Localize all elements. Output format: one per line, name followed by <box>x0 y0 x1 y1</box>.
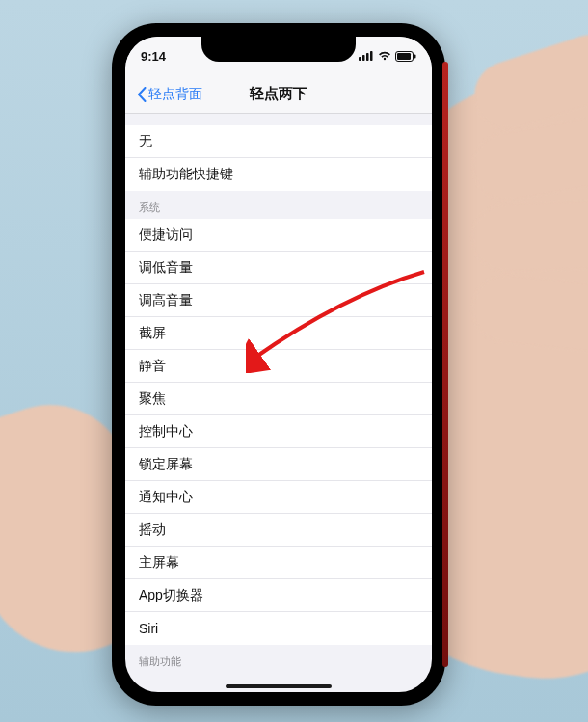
option-reachability[interactable]: 便捷访问 <box>125 219 432 252</box>
svg-rect-5 <box>397 53 411 60</box>
option-volume-up[interactable]: 调高音量 <box>125 284 432 317</box>
option-volume-down[interactable]: 调低音量 <box>125 252 432 284</box>
svg-rect-2 <box>366 53 369 61</box>
nav-bar: 轻点背面 轻点两下 <box>125 75 432 114</box>
row-label: 调高音量 <box>139 292 193 309</box>
option-notification-center[interactable]: 通知中心 <box>125 481 432 514</box>
row-label: 便捷访问 <box>139 227 193 244</box>
phone-frame: 9:14 <box>112 23 445 706</box>
row-label: 静音 <box>139 358 166 375</box>
home-indicator[interactable] <box>226 684 332 688</box>
back-button[interactable]: 轻点背面 <box>131 75 208 113</box>
row-label: 锁定屏幕 <box>139 456 193 473</box>
option-spotlight[interactable]: 聚焦 <box>125 383 432 415</box>
page-title: 轻点两下 <box>250 85 307 103</box>
signal-icon <box>359 51 374 61</box>
svg-rect-3 <box>370 51 373 61</box>
option-control-center[interactable]: 控制中心 <box>125 415 432 448</box>
option-screenshot[interactable]: 截屏 <box>125 317 432 350</box>
svg-rect-0 <box>359 57 361 61</box>
svg-rect-6 <box>414 54 416 58</box>
phone-screen: 9:14 <box>125 37 432 692</box>
option-siri[interactable]: Siri <box>125 612 432 645</box>
row-label: 摇动 <box>139 521 166 539</box>
row-label: 控制中心 <box>139 423 193 441</box>
section-header-system: 系统 <box>125 191 432 219</box>
row-label: Siri <box>139 621 158 636</box>
row-label: 聚焦 <box>139 390 166 408</box>
option-app-switcher[interactable]: App切换器 <box>125 579 432 612</box>
group-system: 便捷访问 调低音量 调高音量 截屏 静音 聚焦 控制中心 锁定屏幕 通知中心 摇… <box>125 219 432 645</box>
chevron-left-icon <box>137 87 147 102</box>
row-label: 截屏 <box>139 325 166 342</box>
status-time: 9:14 <box>141 49 166 64</box>
option-none[interactable]: 无 <box>125 125 432 158</box>
row-label: 辅助功能快捷键 <box>139 166 233 183</box>
row-label: 无 <box>139 133 152 150</box>
row-label: 通知中心 <box>139 489 193 506</box>
option-lock-screen[interactable]: 锁定屏幕 <box>125 448 432 481</box>
option-accessibility-shortcut[interactable]: 辅助功能快捷键 <box>125 158 432 191</box>
row-label: App切换器 <box>139 587 203 604</box>
settings-content[interactable]: 无 辅助功能快捷键 系统 便捷访问 调低音量 调高音量 截屏 静音 聚焦 控制中… <box>125 114 432 692</box>
group-general: 无 辅助功能快捷键 <box>125 125 432 191</box>
wifi-icon <box>378 51 391 61</box>
row-label: 主屏幕 <box>139 554 179 572</box>
option-mute[interactable]: 静音 <box>125 350 432 383</box>
status-indicators <box>359 51 416 62</box>
notch <box>201 37 356 62</box>
option-home[interactable]: 主屏幕 <box>125 547 432 579</box>
svg-rect-1 <box>362 55 365 61</box>
back-label: 轻点背面 <box>148 86 202 103</box>
section-header-accessibility: 辅助功能 <box>125 645 432 673</box>
option-shake[interactable]: 摇动 <box>125 514 432 547</box>
battery-icon <box>395 51 416 62</box>
row-label: 调低音量 <box>139 259 193 277</box>
